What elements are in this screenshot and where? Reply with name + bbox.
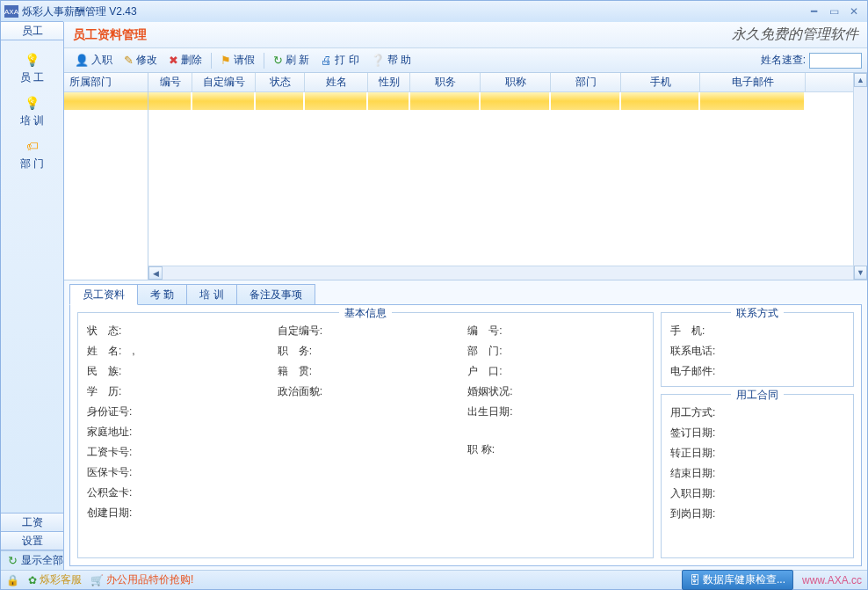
grid-headers: 编号自定编号状态姓名性别职务职称部门手机电子邮件 [148,73,867,92]
field-label: 结束日期: [670,466,844,481]
scroll-down-button[interactable]: ▼ [854,266,867,280]
table-cell[interactable] [192,92,254,110]
health-check-button[interactable]: 🗄 数据库健康检查... [682,570,793,590]
sidebar-item-employee[interactable]: 💡 员 工 [6,47,59,89]
tab-training[interactable]: 培 训 [186,284,236,305]
table-cell[interactable] [481,92,549,110]
leave-button[interactable]: ⚑请假 [215,51,260,69]
horizontal-scrollbar[interactable]: ◀ ▶ [148,266,867,280]
column-header[interactable]: 手机 [621,73,700,91]
contact-fields: 手 机:联系电话:电子邮件: [670,324,844,379]
table-cell[interactable] [410,92,479,110]
refresh-button[interactable]: ↻刷 新 [268,51,315,69]
column-header[interactable]: 编号 [148,73,192,91]
sidebar-item-label: 培 训 [20,113,44,128]
flag-icon: ⚑ [221,54,231,67]
page-title: 员工资料管理 [73,27,147,43]
column-header[interactable]: 姓名 [305,73,368,91]
content: 员工资料管理 永久免费的管理软件 👤入职 ✎修改 ✖删除 ⚑请假 ↻刷 新 🖨打… [64,22,867,570]
main-area: 员工 💡 员 工 💡 培 训 🏷 部 门 工资 设置 ↻ 显示全部 [1,22,867,570]
hire-button[interactable]: 👤入职 [69,51,118,69]
table-cell[interactable] [621,92,698,110]
app-icon: AXA [4,5,18,18]
table-cell[interactable] [305,92,366,110]
help-button[interactable]: ❔帮 助 [365,51,416,69]
edit-icon: ✎ [124,54,134,67]
field-label: 状 态: [87,324,264,339]
scroll-up-button[interactable]: ▲ [854,73,867,87]
department-row[interactable] [64,92,148,110]
window-title: 烁彩人事薪酬管理 V2.43 [22,4,137,19]
sidebar-tab-settings[interactable]: 设置 [1,531,63,550]
tag-icon: 🏷 [25,137,40,155]
promo-link[interactable]: 🛒 办公用品特价抢购! [90,572,193,587]
print-icon: 🖨 [321,54,332,67]
column-header[interactable]: 职称 [481,73,551,91]
department-header[interactable]: 所属部门 [64,73,148,92]
show-all-button[interactable]: ↻ 显示全部 [1,550,63,570]
maximize-button[interactable]: ▭ [824,4,843,18]
contract-fields: 用工方式:签订日期:转正日期:结束日期:入职日期:到岗日期: [670,405,844,521]
sidebar-item-label: 员 工 [20,70,44,85]
database-icon: 🗄 [690,574,700,586]
service-label: 烁彩客服 [40,572,82,587]
close-button[interactable]: ✕ [844,4,864,18]
grid-main: 编号自定编号状态姓名性别职务职称部门手机电子邮件 ▲ ▼ ◀ ▶ [148,73,867,280]
table-cell[interactable] [368,92,409,110]
fieldset-legend: 用工合同 [731,388,784,403]
vertical-scrollbar[interactable]: ▲ ▼ [853,73,867,280]
sidebar-tab-salary[interactable]: 工资 [1,513,63,532]
tab-notes[interactable]: 备注及事项 [236,284,315,305]
edit-button[interactable]: ✎修改 [119,51,163,69]
promo-label: 办公用品特价抢购! [106,572,193,587]
help-icon: ❔ [371,54,385,67]
column-header[interactable]: 性别 [368,73,410,91]
grid-body [148,92,867,266]
app-window: AXA 烁彩人事薪酬管理 V2.43 ━ ▭ ✕ 员工 💡 员 工 💡 培 训 … [0,0,868,590]
fieldset-basic: 基本信息 状 态:姓 名: ,民 族:学 历:身份证号:家庭地址:工资卡号:医保… [77,312,654,558]
field-label: 部 门: [467,344,644,359]
table-cell[interactable] [256,92,303,110]
field-label: 婚姻状况: [467,384,644,399]
scroll-left-button[interactable]: ◀ [148,266,163,280]
delete-button[interactable]: ✖删除 [163,51,207,69]
minimize-button[interactable]: ━ [804,4,823,18]
department-body [64,92,148,280]
url-link[interactable]: www.AXA.cc [802,574,862,586]
lock-icon: 🔒 [6,574,19,586]
sidebar-tab-employee[interactable]: 员工 [1,21,63,40]
table-row[interactable] [148,92,867,110]
table-cell[interactable] [551,92,619,110]
field-label: 用工方式: [670,405,844,420]
field-label: 身份证号: [87,404,264,419]
health-label: 数据库健康检查... [703,572,785,587]
column-header[interactable]: 部门 [551,73,621,91]
statusbar: 🔒 ✿ 烁彩客服 🛒 办公用品特价抢购! 🗄 数据库健康检查... www.AX… [1,570,867,589]
field-label: 工资卡号: [87,445,264,460]
scroll-track[interactable] [163,266,853,280]
column-header[interactable]: 自定编号 [192,73,256,91]
detail-tabs: 员工资料 考 勤 培 训 备注及事项 [69,284,862,305]
sidebar-item-training[interactable]: 💡 培 训 [6,91,59,132]
service-link[interactable]: ✿ 烁彩客服 [28,572,82,587]
print-button[interactable]: 🖨打 印 [315,51,364,69]
table-cell[interactable] [148,92,191,110]
separator [264,53,264,69]
window-controls: ━ ▭ ✕ [804,4,864,18]
column-header[interactable]: 状态 [256,73,305,91]
toolbar: 👤入职 ✎修改 ✖删除 ⚑请假 ↻刷 新 🖨打 印 ❔帮 助 姓名速查: [64,48,867,73]
tab-attendance[interactable]: 考 勤 [137,284,187,305]
statusbar-right: 🗄 数据库健康检查... www.AXA.cc [682,570,862,590]
field-label: 联系电话: [670,344,844,359]
quick-search: 姓名速查: [761,53,862,69]
separator [211,53,212,69]
table-cell[interactable] [700,92,804,110]
tab-profile[interactable]: 员工资料 [69,284,138,305]
column-header[interactable]: 职务 [410,73,481,91]
sidebar-item-department[interactable]: 🏷 部 门 [6,134,59,175]
delete-icon: ✖ [169,54,178,67]
column-header[interactable]: 电子邮件 [700,73,806,91]
field-label: 到岗日期: [670,506,844,521]
quick-search-input[interactable] [809,53,862,69]
grid-area: 所属部门 编号自定编号状态姓名性别职务职称部门手机电子邮件 ▲ ▼ [64,73,867,280]
